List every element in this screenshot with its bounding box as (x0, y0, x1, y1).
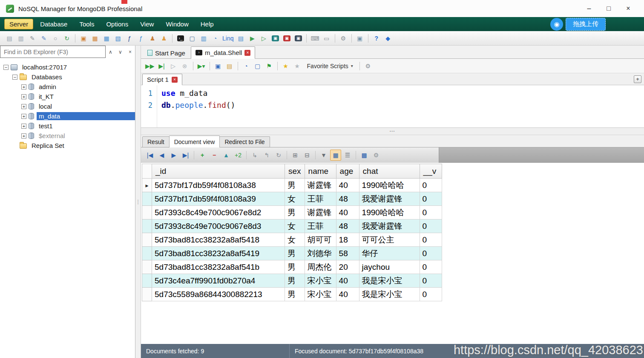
tab-result[interactable]: Result (142, 136, 170, 147)
refresh-icon[interactable]: ↻ (62, 33, 72, 43)
cell[interactable]: 男 (285, 179, 305, 192)
close-icon[interactable]: × (172, 77, 178, 83)
cell[interactable]: 我是宋小宝 (359, 288, 420, 301)
tab-m-data-shell[interactable]: ›m_data.Shell× (191, 46, 256, 59)
db-export-icon[interactable]: ▥ (16, 33, 26, 43)
execute-selection-icon[interactable]: ▷ (168, 61, 178, 71)
tree-item-localhost-27017[interactable]: −localhost:27017 (0, 62, 135, 72)
settings-icon[interactable]: ⚙ (338, 33, 348, 43)
terminal-window-icon[interactable]: ▣ (293, 33, 303, 43)
cell[interactable]: 王菲 (305, 192, 336, 206)
profiler-icon[interactable]: ◔ (210, 33, 220, 43)
add-favorite-icon[interactable]: ★ (281, 61, 291, 71)
cell[interactable]: 5d7393c8c49e700c9067e8d2 (152, 206, 285, 219)
cell[interactable]: 40 (336, 288, 359, 301)
new-database-icon[interactable]: ▣ (78, 33, 89, 43)
cell[interactable]: 5d73bad81cc38232a8af5419 (152, 247, 285, 260)
insert-record-icon[interactable]: + (197, 150, 208, 161)
duplicate-record-icon[interactable]: +2 (233, 150, 244, 161)
first-record-icon[interactable]: |◀ (144, 150, 155, 161)
cell[interactable]: 0 (420, 288, 442, 301)
cell[interactable]: 女 (285, 233, 305, 247)
cell[interactable]: 5d73bad81cc38232a8af5418 (152, 233, 285, 247)
menu-tools[interactable]: Tools (74, 19, 99, 29)
shell-settings-icon[interactable]: ⚙ (363, 61, 373, 71)
cloud-upload-icon[interactable]: ◉ (550, 18, 563, 31)
import-wizard-icon[interactable]: ▶ (247, 33, 257, 43)
column-header-name[interactable]: name (305, 164, 336, 179)
about-icon[interactable]: ◆ (383, 33, 393, 43)
tree-item-it-kt[interactable]: +it_KT (0, 92, 135, 101)
cell[interactable]: 可可公主 (359, 233, 420, 247)
column-header-chat[interactable]: chat (359, 164, 420, 179)
search-input[interactable] (0, 46, 106, 58)
refresh-records-icon[interactable]: ↻ (273, 150, 284, 161)
cell[interactable]: 5d73c5589a86844300882213 (152, 288, 285, 301)
cell[interactable]: 5d73bad81cc38232a8af541b (152, 260, 285, 274)
history-icon[interactable]: ◔ (241, 61, 251, 71)
expand-all-icon[interactable]: ⊞ (290, 150, 301, 161)
cell[interactable]: 男 (285, 247, 305, 260)
cell[interactable]: 女 (285, 219, 305, 233)
find-previous-icon[interactable]: ∧ (106, 47, 115, 57)
expand-icon[interactable]: + (21, 114, 26, 119)
menu-window[interactable]: Window (161, 19, 193, 29)
cell[interactable]: 0 (420, 274, 442, 288)
cell[interactable]: 男 (285, 260, 305, 274)
editor-result-splitter[interactable]: ⋯ (141, 128, 644, 135)
script-editor[interactable]: 12 use m_datadb.people.find() (141, 85, 644, 128)
cell[interactable]: 我爱谢霆锋 (359, 219, 420, 233)
monitoring-icon[interactable]: ▢ (187, 33, 197, 43)
find-icon[interactable]: ƒ (124, 33, 135, 43)
menu-options[interactable]: Options (101, 19, 133, 29)
cell[interactable]: 胡可可 (305, 233, 336, 247)
cell[interactable]: jaychou (359, 260, 420, 274)
linq-icon[interactable]: Linq (221, 33, 234, 43)
favorite-scripts-button[interactable]: Favorite Scripts▾ (304, 61, 356, 71)
cell[interactable]: 谢霆锋 (305, 206, 336, 219)
tree-view-icon[interactable]: ▧ (113, 33, 123, 43)
cell[interactable]: 男 (285, 206, 305, 219)
cell[interactable]: 18 (336, 233, 359, 247)
expand-icon[interactable]: + (21, 124, 26, 129)
cell[interactable]: 男 (285, 288, 305, 301)
cell[interactable]: 5d73c4ea7ff9901fd0b270a4 (152, 274, 285, 288)
collapse-all-icon[interactable]: ⊟ (302, 150, 313, 161)
collapse-icon[interactable]: − (3, 65, 9, 70)
cell[interactable]: 女 (285, 192, 305, 206)
search-icon[interactable]: ○ (50, 33, 60, 43)
cell[interactable]: 5d737bf17db59f4f08108a38 (152, 179, 285, 192)
cell[interactable]: 0 (420, 219, 442, 233)
code-line[interactable]: use m_data (161, 87, 235, 99)
tree-item-admin[interactable]: +admin (0, 82, 135, 92)
cell[interactable]: 宋小宝 (305, 288, 336, 301)
export-wizard-icon[interactable]: ▷ (259, 33, 269, 43)
edit-record-icon[interactable]: ▲ (221, 150, 232, 161)
cell[interactable]: 0 (420, 192, 442, 206)
expand-icon[interactable]: + (21, 84, 26, 90)
cell[interactable]: 0 (420, 206, 442, 219)
menu-view[interactable]: View (135, 19, 159, 29)
grid-settings-icon[interactable]: ⚙ (371, 150, 382, 161)
cell[interactable]: 谢霆锋 (305, 179, 336, 192)
hotkeys-icon[interactable]: ▭ (322, 33, 332, 43)
keyboard-icon[interactable]: ⌨ (310, 33, 320, 43)
cell[interactable]: 0 (420, 247, 442, 260)
cell[interactable]: 40 (336, 206, 359, 219)
upload-button[interactable]: 拖拽上传 (566, 18, 606, 31)
cell[interactable]: 我是宋小宝 (359, 274, 420, 288)
expand-icon[interactable]: + (21, 133, 26, 139)
tree-item-databases[interactable]: −Databases (0, 72, 135, 82)
minimize-button[interactable]: – (579, 5, 599, 12)
close-button[interactable]: × (618, 5, 638, 12)
roles-icon[interactable]: ♟ (159, 33, 169, 43)
new-script-tab-button[interactable]: + (634, 75, 641, 83)
cell[interactable]: 58 (336, 247, 359, 260)
collapse-icon[interactable]: − (12, 75, 17, 80)
cell[interactable]: 宋小宝 (305, 274, 336, 288)
menu-help[interactable]: Help (196, 19, 219, 29)
db-import-icon[interactable]: ▤ (4, 33, 14, 43)
save-script-icon[interactable]: ▣ (213, 61, 223, 71)
column-header-age[interactable]: age (336, 164, 359, 179)
column-header-sex[interactable]: sex (285, 164, 305, 179)
